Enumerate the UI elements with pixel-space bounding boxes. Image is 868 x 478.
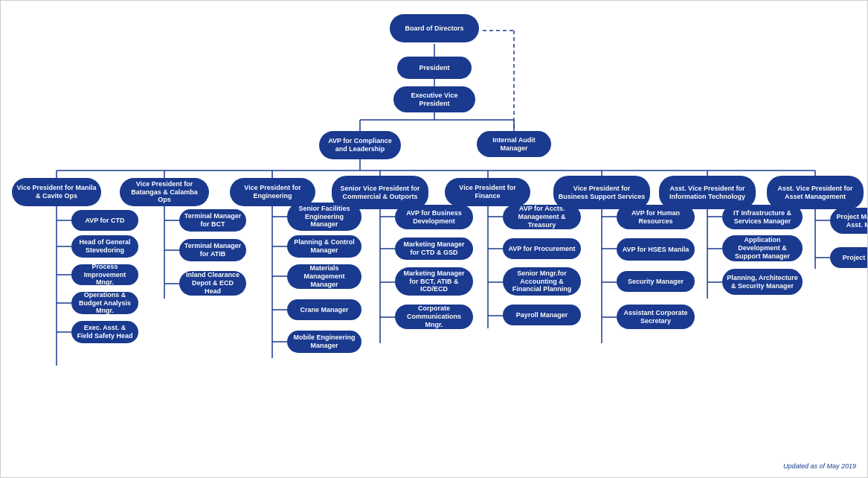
board-node: Board of Directors xyxy=(390,14,479,42)
marketing-bct-node: Marketing Manager for BCT, ATIB & ICD/EC… xyxy=(395,267,473,296)
avp-hses-node: AVP for HSES Manila xyxy=(617,238,695,261)
mobile-engineering-node: Mobile Engineering Manager xyxy=(287,331,361,353)
exec-asst-node: Exec. Asst. & Field Safety Head xyxy=(71,321,138,343)
president-node: President xyxy=(397,57,472,79)
process-improvement-node: Process Improvement Mngr. xyxy=(71,264,138,285)
avp-accts-node: AVP for Accts. Management & Treasury xyxy=(503,205,581,229)
footer-note: Updated as of May 2019 xyxy=(783,462,856,470)
crane-manager-node: Crane Manager xyxy=(287,299,361,320)
planning-arch-node: Planning, Architecture & Security Manage… xyxy=(722,269,803,295)
evp-node: Executive Vice President xyxy=(393,86,475,112)
senior-facilities-node: Senior Facilities Engineering Manager xyxy=(287,203,361,231)
security-manager-node: Security Manager xyxy=(617,271,695,292)
terminal-bct-node: Terminal Manager for BCT xyxy=(179,209,246,232)
planning-control-node: Planning & Control Manager xyxy=(287,235,361,258)
terminal-atib-node: Terminal Manager for ATIB xyxy=(179,239,246,261)
org-chart: Board of Directors President Executive V… xyxy=(0,0,868,478)
project-mgmt-node: Project Management Asst. Manager xyxy=(830,208,868,234)
asst-corporate-sec-node: Assistant Corporate Secretary xyxy=(617,305,695,329)
vp-batangas-node: Vice President for Batangas & Calamba Op… xyxy=(120,178,209,206)
inland-clearance-node: Inland Clearance Depot & ECD Head xyxy=(179,271,246,296)
senior-mngr-accounting-node: Senior Mngr.for Accounting & Financial P… xyxy=(503,267,581,296)
avp-hr-node: AVP for Human Resources xyxy=(617,205,695,229)
payroll-manager-node: Payroll Manager xyxy=(503,305,581,325)
app-dev-node: Application Development & Support Manage… xyxy=(722,235,803,261)
ops-budget-node: Operations & Budget Analysis Mngr. xyxy=(71,292,138,314)
avp-ctd-node: AVP for CTD xyxy=(71,210,138,231)
avp-compliance-node: AVP for Compliance and Leadership xyxy=(319,131,401,159)
vp-finance-node: Vice President for Finance xyxy=(445,178,530,206)
marketing-ctd-node: Marketing Manager for CTD & GSD xyxy=(395,238,473,260)
vp-manila-node: Vice President for Manila & Cavite Ops xyxy=(12,178,101,206)
avp-procurement-node: AVP for Procurement xyxy=(503,238,581,259)
project-engineer-node: Project Engineer xyxy=(830,247,868,268)
corporate-comms-node: Corporate Communications Mngr. xyxy=(395,305,473,329)
internal-audit-node: Internal Audit Manager xyxy=(477,131,551,157)
avp-business-dev-node: AVP for Business Development xyxy=(395,205,473,229)
head-general-stev-node: Head of General Stevedoring xyxy=(71,235,138,258)
materials-mgmt-node: Materials Management Manager xyxy=(287,264,361,289)
it-infrastructure-node: IT Infrastructure & Services Manager xyxy=(722,205,803,229)
